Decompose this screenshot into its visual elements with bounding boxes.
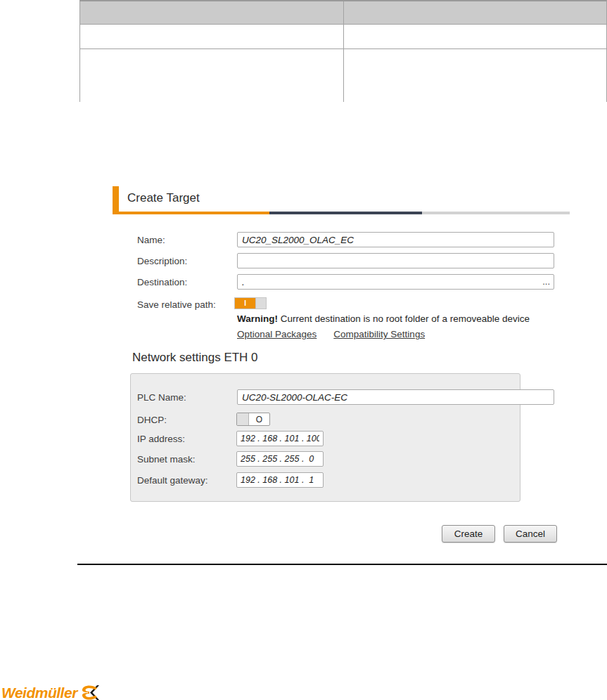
dhcp-toggle[interactable]: O [236,413,270,426]
manual-page: Create Target Name: Description: Destina… [0,0,607,700]
table-header-cell [80,1,344,25]
description-input[interactable] [237,253,554,268]
toggle-knob [237,413,249,425]
weidmuller-logo-mark-icon [80,685,99,700]
default-gateway-label: Default gateway: [137,475,208,486]
table-cell [344,25,606,49]
plc-name-label: PLC Name: [137,392,186,403]
cancel-button[interactable]: Cancel [504,525,557,543]
plc-name-input[interactable] [237,389,554,405]
warning-body: Current destination is no root folder of… [278,313,530,324]
create-button[interactable]: Create [442,525,495,543]
toggle-knob [255,298,266,309]
table-cell [80,25,344,49]
name-label: Name: [137,235,165,245]
destination-input[interactable] [237,274,554,290]
table-cell [80,49,344,102]
subnet-mask-label: Subnet mask: [137,454,196,465]
weidmuller-logo-text: Weidmüller [1,685,77,700]
warning-prefix: Warning! [237,313,278,324]
page-title: Create Target [127,191,200,205]
title-accent-bar [113,186,119,212]
description-label: Description: [137,256,187,266]
progress-segment-orange [113,212,269,214]
title-progress-bar [113,212,570,214]
warning-text: Warning! Current destination is no root … [237,313,530,324]
dhcp-label: DHCP: [137,415,167,425]
browse-button[interactable]: ... [542,276,550,288]
save-relative-path-toggle[interactable]: I [234,297,267,309]
footer-divider [77,564,607,565]
toggle-off-glyph: O [249,413,269,425]
ip-address-label: IP address: [137,434,185,444]
table-header-cell [344,1,606,25]
top-table [79,0,607,102]
destination-label: Destination: [137,277,187,287]
links-row: Optional Packages Compatibility Settings [237,329,425,339]
save-relative-path-label: Save relative path: [137,299,216,310]
network-settings-heading: Network settings ETH 0 [132,351,258,365]
progress-segment-light [422,212,570,214]
progress-segment-dark [269,212,422,214]
toggle-on-glyph: I [235,298,255,309]
default-gateway-input[interactable] [236,472,324,488]
table-cell [344,49,606,102]
name-input[interactable] [237,232,554,247]
subnet-mask-input[interactable] [236,451,324,467]
destination-field: ... [237,274,554,290]
ip-address-input[interactable] [236,431,324,446]
optional-packages-link[interactable]: Optional Packages [237,329,317,339]
compatibility-settings-link[interactable]: Compatibility Settings [333,329,425,339]
weidmuller-logo: Weidmüller [1,685,99,700]
